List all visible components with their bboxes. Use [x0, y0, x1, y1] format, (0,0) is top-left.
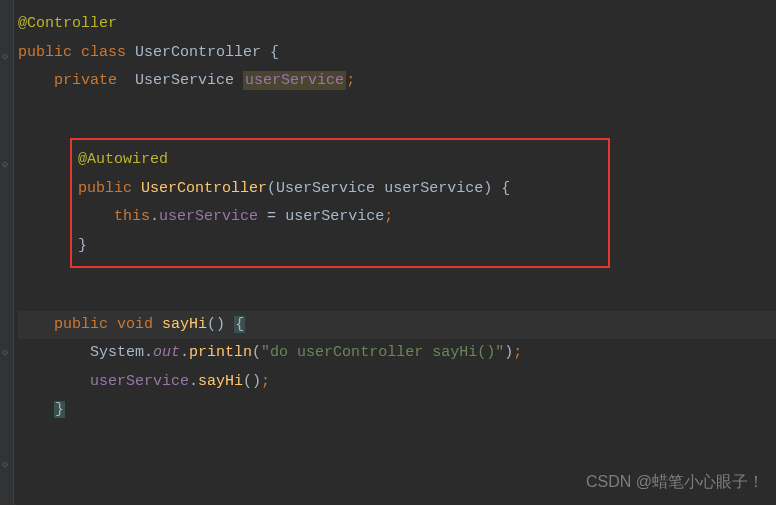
code-line: public class UserController { — [18, 39, 776, 68]
fold-icon[interactable]: ◇ — [2, 160, 12, 170]
matched-brace: } — [54, 401, 65, 418]
fold-icon[interactable]: ◇ — [2, 460, 12, 470]
code-line: private UserService userService; — [18, 67, 776, 96]
code-editor[interactable]: @Controller public class UserController … — [0, 0, 776, 425]
annotation: @Autowired — [78, 151, 168, 168]
code-line: } — [72, 232, 608, 261]
fold-icon[interactable]: ◇ — [2, 52, 12, 62]
editor-gutter: ◇ ◇ ◇ ◇ — [0, 0, 14, 505]
code-line: userService.sayHi(); — [18, 368, 776, 397]
blank-line — [18, 282, 776, 311]
code-line: System.out.println("do userController sa… — [18, 339, 776, 368]
highlight-box: @Autowired public UserController(UserSer… — [70, 138, 610, 268]
code-line: this.userService = userService; — [72, 203, 608, 232]
watermark-text: CSDN @蜡笔小心眼子！ — [586, 467, 764, 497]
code-line: } — [18, 396, 776, 425]
code-line: @Controller — [18, 10, 776, 39]
highlighted-field: userService — [243, 71, 346, 90]
matched-brace: { — [234, 316, 245, 333]
blank-line — [18, 96, 776, 125]
annotation: @Controller — [18, 15, 117, 32]
fold-icon[interactable]: ◇ — [2, 348, 12, 358]
code-line: @Autowired — [72, 146, 608, 175]
code-line-active: public void sayHi() { — [18, 311, 776, 340]
code-line: public UserController(UserService userSe… — [72, 175, 608, 204]
